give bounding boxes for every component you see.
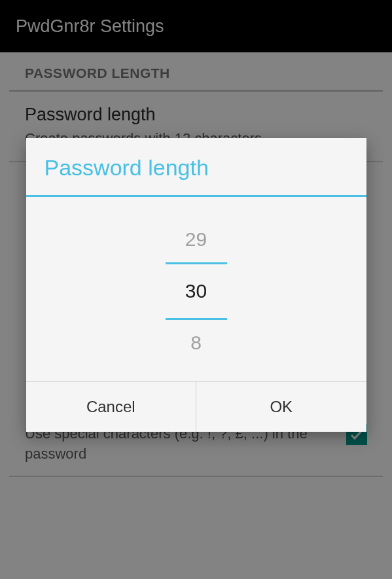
number-picker[interactable]: 29 30 8	[26, 197, 366, 381]
cancel-button[interactable]: Cancel	[26, 382, 197, 432]
password-length-dialog: Password length 29 30 8 Cancel OK	[26, 138, 366, 432]
picker-current-value[interactable]: 30	[166, 262, 227, 320]
picker-next-value[interactable]: 8	[166, 320, 227, 366]
dialog-title: Password length	[45, 155, 348, 181]
dialog-title-bar: Password length	[26, 138, 366, 197]
picker-prev-value[interactable]: 29	[166, 217, 227, 262]
modal-overlay: Password length 29 30 8 Cancel OK	[0, 0, 392, 579]
dialog-button-bar: Cancel OK	[26, 381, 366, 432]
ok-button[interactable]: OK	[196, 382, 366, 432]
